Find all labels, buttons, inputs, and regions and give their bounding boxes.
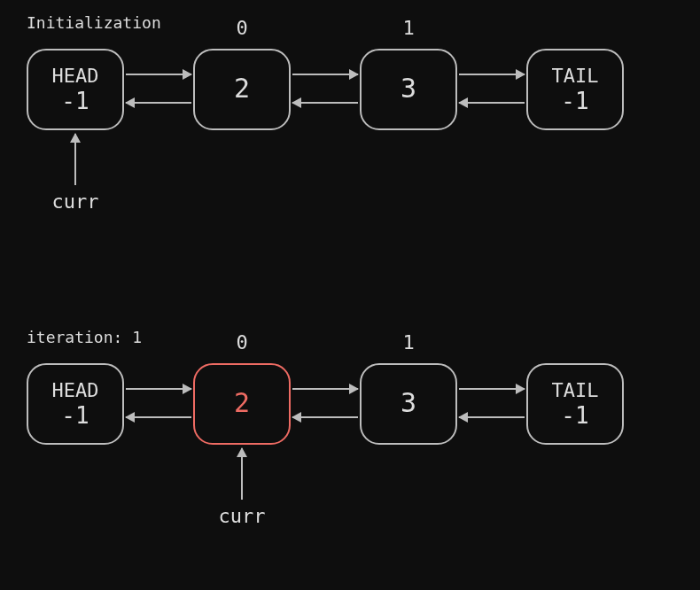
node-index: 1 <box>360 17 457 39</box>
node-value: -1 <box>61 87 89 116</box>
next-arrow <box>126 74 191 75</box>
node-value: -1 <box>561 401 588 431</box>
head-node: HEAD-1 <box>27 49 124 130</box>
next-arrow <box>126 388 191 390</box>
node-index: 1 <box>360 331 457 353</box>
data-node: 3 <box>360 49 457 130</box>
tail-node: TAIL-1 <box>526 49 624 130</box>
node-value: 2 <box>234 386 250 420</box>
prev-arrow <box>459 416 525 418</box>
prev-arrow <box>292 102 358 104</box>
prev-arrow <box>459 102 525 104</box>
pointer-label: curr <box>219 505 266 527</box>
node-label: HEAD <box>52 64 99 89</box>
next-arrow <box>292 74 358 75</box>
next-arrow <box>459 74 525 75</box>
next-arrow <box>459 388 525 390</box>
prev-arrow <box>126 102 191 104</box>
stage-caption: iteration: 1 <box>27 328 142 346</box>
node-value: 3 <box>401 72 416 105</box>
stage-caption: Initialization <box>27 13 161 32</box>
pointer-arrow <box>241 448 243 500</box>
pointer-arrow <box>74 134 76 185</box>
node-value: 3 <box>401 386 416 420</box>
node-label: HEAD <box>52 378 99 403</box>
node-value: -1 <box>561 87 588 116</box>
head-node: HEAD-1 <box>27 363 124 445</box>
node-value: 2 <box>234 72 250 105</box>
prev-arrow <box>292 416 358 418</box>
data-node: 2 <box>193 49 291 130</box>
pointer-label: curr <box>52 190 99 213</box>
node-index: 0 <box>193 17 291 39</box>
data-node: 2 <box>193 363 291 445</box>
tail-node: TAIL-1 <box>526 363 624 445</box>
node-label: TAIL <box>552 64 599 89</box>
prev-arrow <box>126 416 191 418</box>
next-arrow <box>292 388 358 390</box>
node-label: TAIL <box>552 378 599 403</box>
node-index: 0 <box>193 331 291 353</box>
node-value: -1 <box>61 401 89 431</box>
data-node: 3 <box>360 363 457 445</box>
